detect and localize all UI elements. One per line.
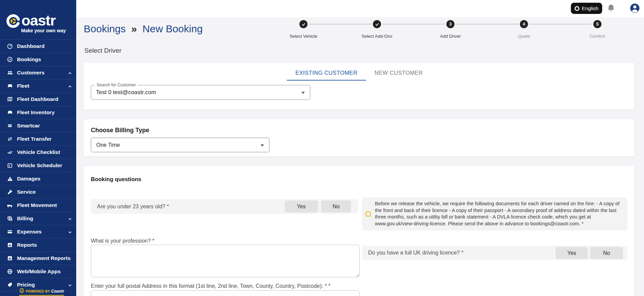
car-icon [6, 83, 14, 89]
step-check-icon [301, 22, 306, 27]
sidebar-item-customers[interactable]: Customers [0, 66, 76, 79]
chevron-down-icon [68, 216, 72, 223]
breadcrumb-bookings-link[interactable]: Bookings [84, 23, 126, 34]
users-icon [6, 69, 14, 76]
tow-truck-icon [6, 202, 14, 209]
car-icon [6, 109, 14, 116]
handshake-icon [6, 295, 14, 296]
sidebar: oastr Make your own way Dashboard Bookin… [0, 0, 76, 296]
customer-tabs: EXISTING CUSTOMER NEW CUSTOMER [84, 63, 634, 81]
sidebar-item-damages[interactable]: Damages [0, 172, 76, 185]
step-label-add-driver: Add Driver [420, 34, 481, 39]
question-age-text: Are you under 23 years old? * [97, 204, 169, 210]
double-check-icon [6, 149, 14, 156]
billing-type-select[interactable]: One Time [91, 138, 269, 152]
sidebar-item-fleet-inventory[interactable]: Fleet Inventory [0, 106, 76, 119]
step-connector [456, 24, 518, 24]
step-connector [382, 24, 445, 24]
brand-logo: oastr Make your own way [0, 0, 76, 39]
question-licence-row: Do you have a full UK driving licence? *… [362, 246, 627, 260]
booking-questions-card: Booking questions Are you under 23 years… [83, 166, 635, 296]
step-5: 5 [593, 20, 601, 28]
sidebar-item-vehicle-checklist[interactable]: Vehicle Checklist [0, 145, 76, 159]
tab-existing-customer[interactable]: EXISTING CUSTOMER [287, 65, 366, 81]
documents-info-text: Before we release the vehicle, we requir… [375, 201, 622, 227]
wrench-icon [6, 189, 14, 195]
documents-checkbox[interactable] [366, 211, 371, 216]
powered-globe-icon [19, 288, 24, 295]
tab-new-customer[interactable]: NEW CUSTOMER [366, 65, 431, 81]
chevron-down-icon [68, 283, 72, 289]
step-1-done [299, 20, 308, 28]
chevron-down-icon [68, 230, 72, 236]
warning-triangle-icon [6, 175, 14, 182]
account-avatar[interactable] [630, 3, 640, 15]
sidebar-item-service[interactable]: Service [0, 185, 76, 198]
billing-card: Choose Billing Type One Time [83, 119, 635, 157]
question-age-row: Are you under 23 years old? * Yes No [91, 199, 358, 214]
bar-chart-icon [6, 242, 14, 248]
sidebar-item-web-mobile-apps[interactable]: Web/Mobile Apps [0, 265, 76, 278]
profession-question-label: What is your profession? * [91, 238, 154, 244]
chevron-up-icon [68, 71, 72, 77]
address-question-label: Enter your full postal Address in this f… [91, 283, 330, 289]
sidebar-nav: Dashboard Bookings Customers Flee [0, 39, 76, 296]
customer-search-select[interactable]: Search for Customer Test 0 test@coastr.c… [91, 85, 310, 100]
licence-yes-button[interactable]: Yes [556, 247, 588, 259]
bars-icon [6, 122, 14, 129]
sidebar-item-fleet-movement[interactable]: Fleet Movement [0, 198, 76, 212]
credit-card-icon [6, 228, 14, 235]
language-globe-icon [575, 6, 579, 11]
step-label-select-add-ons: Select Add-Ons [346, 34, 408, 39]
language-button[interactable]: English [571, 3, 602, 14]
age-yes-button[interactable]: Yes [285, 201, 318, 212]
customer-search-value: Test 0 test@coastr.com [96, 85, 156, 100]
step-2-done [373, 20, 381, 28]
step-4: 4 [520, 20, 528, 28]
check-circle-icon [6, 56, 14, 63]
sidebar-item-fleet[interactable]: Fleet [0, 79, 76, 92]
sidebar-item-bookings[interactable]: Bookings [0, 53, 76, 66]
sidebar-item-fleet-dashboard[interactable]: Fleet Dashboard [0, 92, 76, 106]
age-no-button[interactable]: No [321, 201, 351, 212]
bar-chart-icon [6, 255, 14, 262]
notifications-bell-icon[interactable] [607, 4, 615, 14]
breadcrumb-separator: » [129, 23, 140, 34]
sidebar-item-fleet-transfer[interactable]: Fleet Transfer [0, 132, 76, 145]
dropdown-arrow-icon [261, 144, 264, 146]
step-connector [529, 24, 592, 24]
page-subtitle: Select Driver [84, 47, 121, 54]
sidebar-item-management-reports[interactable]: Management Reports [0, 251, 76, 265]
coastr-wheel-logo-icon [5, 13, 21, 29]
sidebar-item-smartcar[interactable]: Smartcar [0, 119, 76, 132]
step-3-active: 3 [446, 20, 455, 28]
step-check-icon [375, 22, 379, 27]
map-icon [6, 96, 14, 103]
main-content: English Bookings » New Booking Select Dr… [76, 0, 644, 296]
powered-by-badge: POWERED BY Coastr [19, 288, 64, 296]
brand-name: oastr [21, 12, 55, 29]
sidebar-item-vehicle-scheduler[interactable]: Vehicle Scheduler [0, 159, 76, 172]
sidebar-item-dashboard[interactable]: Dashboard [0, 39, 76, 53]
chevron-up-icon [68, 84, 72, 90]
step-label-confirm: Confirm [567, 34, 628, 39]
breadcrumb: Bookings » New Booking [84, 23, 203, 35]
billing-type-value: One Time [96, 138, 120, 152]
sidebar-item-expenses[interactable]: Expenses [0, 225, 76, 238]
licence-no-button[interactable]: No [590, 247, 623, 259]
step-connector [309, 24, 371, 24]
calendar-icon [6, 162, 14, 169]
sidebar-item-billing[interactable]: Billing [0, 212, 76, 225]
dashboard-gauge-icon [6, 43, 14, 50]
step-label-quote: Quote [493, 34, 555, 39]
breadcrumb-current: New Booking [143, 23, 203, 34]
dropdown-arrow-icon [301, 92, 305, 94]
question-licence-text: Do you have a full UK driving licence? * [368, 250, 463, 256]
sidebar-item-reports[interactable]: Reports [0, 238, 76, 251]
globe-icon [6, 268, 14, 275]
profession-textarea[interactable] [91, 245, 360, 277]
swap-arrows-icon [6, 136, 14, 142]
brand-tagline: Make your own way [21, 28, 66, 33]
customer-card: EXISTING CUSTOMER NEW CUSTOMER Search fo… [83, 62, 635, 110]
address-textarea[interactable] [91, 290, 360, 296]
